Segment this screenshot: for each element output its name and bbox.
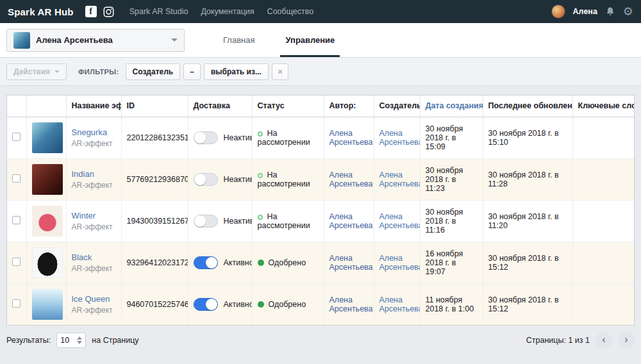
effect-name-link[interactable]: Black — [72, 252, 116, 262]
effect-id: 577692129368702 — [121, 158, 188, 200]
nav-spark-ar-studio[interactable]: Spark AR Studio — [129, 7, 188, 16]
effect-name-link[interactable]: Indian — [72, 169, 116, 179]
table-row: Indian AR-эффект 577692129368702 Неактив… — [7, 158, 635, 200]
table-row: Snegurka AR-эффект 2201228613235102 Неак… — [7, 117, 635, 158]
delivery-label: Активно — [224, 300, 253, 309]
delivery-toggle[interactable] — [194, 256, 218, 269]
close-icon: × — [278, 67, 283, 77]
stepper-arrows[interactable] — [77, 336, 82, 344]
delivery-toggle[interactable] — [194, 131, 218, 144]
created-cell: 30 ноября 2018 г. в 11:16 — [420, 200, 483, 242]
row-checkbox[interactable] — [12, 216, 21, 224]
gear-icon[interactable]: ⚙ — [623, 6, 633, 17]
filter-operator-button[interactable]: – — [183, 63, 201, 80]
table-header-row: Название эффекта ID Доставка Статус Авто… — [7, 95, 635, 117]
row-checkbox[interactable] — [12, 174, 21, 183]
row-checkbox[interactable] — [12, 299, 21, 308]
effect-thumbnail[interactable] — [32, 206, 63, 236]
effect-thumbnail[interactable] — [32, 122, 63, 153]
stepper-up-icon[interactable] — [77, 336, 82, 340]
creator-link[interactable]: Алена Арсентьева — [374, 117, 420, 158]
effect-thumbnail[interactable] — [32, 164, 63, 195]
effect-id: 932964120231726 — [121, 242, 188, 283]
creator-link[interactable]: Алена Арсентьева — [374, 283, 420, 325]
keywords-cell — [572, 117, 635, 158]
tab-manage[interactable]: Управление — [281, 23, 338, 57]
author-cell: Алена Арсентьева — [324, 283, 374, 325]
profile-name: Алена Арсентьева — [36, 35, 113, 45]
header-keywords[interactable]: Ключевые слова — [572, 95, 635, 117]
profile-avatar — [13, 32, 30, 49]
status-approved-icon — [258, 260, 264, 266]
toggle-knob — [194, 215, 206, 227]
filter-remove-button[interactable]: × — [272, 63, 288, 80]
per-page-value: 10 — [60, 336, 69, 345]
top-navigation: Spark AR Studio Документация Сообщество — [129, 7, 314, 16]
creator-link[interactable]: Алена Арсентьева — [374, 158, 420, 200]
instagram-icon[interactable] — [103, 6, 114, 17]
delivery-label: Неактивно — [224, 133, 253, 142]
creator-link[interactable]: Алена Арсентьева — [374, 200, 420, 242]
per-page-stepper[interactable]: 10 — [56, 333, 86, 348]
status-label: Одобрено — [269, 258, 306, 267]
created-cell: 16 ноября 2018 г. в 19:07 — [420, 242, 483, 283]
user-avatar[interactable] — [551, 4, 565, 19]
author-cell: Алена Арсентьева — [324, 158, 374, 200]
author-cell: Алена Арсентьева — [324, 117, 374, 158]
profile-selector[interactable]: Алена Арсентьева — [6, 29, 185, 52]
header-created[interactable]: Дата создания — [420, 95, 483, 117]
created-cell: 11 ноября 2018 г. в 1:00 — [420, 283, 483, 325]
toggle-knob — [206, 257, 217, 269]
header-id[interactable]: ID — [121, 95, 188, 117]
toggle-knob — [194, 132, 206, 144]
user-name[interactable]: Алена — [573, 7, 597, 16]
table-row: Ice Queen AR-эффект 946070152257465 Акти… — [7, 283, 635, 325]
chevron-down-icon — [171, 38, 178, 45]
filters-label: ФИЛЬТРЫ: — [78, 68, 119, 76]
prev-page-button[interactable]: ‹ — [595, 332, 612, 349]
creator-link[interactable]: Алена Арсентьева — [374, 242, 420, 283]
effect-id: 194300391512674 — [121, 200, 188, 242]
row-checkbox[interactable] — [12, 133, 21, 141]
filter-field-button[interactable]: Создатель — [126, 63, 181, 80]
header-status[interactable]: Статус — [252, 95, 324, 117]
created-cell: 30 ноября 2018 г. в 11:23 — [420, 158, 483, 200]
delivery-label: Активно — [224, 258, 253, 267]
effect-name-link[interactable]: Winter — [72, 211, 116, 220]
delivery-label: Неактивно — [224, 217, 253, 226]
effect-thumbnail[interactable] — [32, 247, 63, 278]
effect-type: AR-эффект — [72, 264, 116, 273]
header-creator[interactable]: Создатель — [374, 95, 420, 117]
header-updated[interactable]: Последнее обновление — [483, 95, 572, 117]
stepper-down-icon[interactable] — [77, 341, 82, 344]
effect-name-link[interactable]: Ice Queen — [72, 294, 116, 304]
delivery-toggle[interactable] — [194, 173, 218, 186]
chevron-right-icon: › — [624, 334, 628, 345]
effect-type: AR-эффект — [72, 222, 116, 231]
delivery-toggle[interactable] — [194, 298, 218, 311]
filter-value-button[interactable]: выбрать из... — [204, 63, 269, 80]
tab-home[interactable]: Главная — [219, 23, 258, 57]
header-author[interactable]: Автор: — [324, 95, 374, 117]
actions-button[interactable]: Действия — [6, 63, 67, 80]
header-thumb — [26, 95, 66, 117]
bell-icon[interactable] — [605, 6, 615, 17]
facebook-icon[interactable]: f — [85, 6, 97, 17]
author-cell: Алена Арсентьева — [324, 200, 374, 242]
pagination: Страницы: 1 из 1 ‹ › — [526, 332, 635, 349]
nav-documentation[interactable]: Документация — [201, 7, 254, 16]
row-checkbox[interactable] — [12, 258, 21, 266]
effect-name-link[interactable]: Snegurka — [72, 128, 116, 137]
effect-thumbnail[interactable] — [32, 289, 63, 320]
top-right-cluster: Алена ⚙ — [551, 4, 633, 19]
header-delivery[interactable]: Доставка — [188, 95, 252, 117]
keywords-cell — [572, 283, 635, 325]
delivery-toggle[interactable] — [194, 215, 218, 228]
created-cell: 30 ноября 2018 г. в 15:09 — [420, 117, 483, 158]
nav-community[interactable]: Сообщество — [267, 7, 314, 16]
status-pending-icon — [258, 131, 263, 136]
next-page-button[interactable]: › — [618, 332, 635, 349]
top-bar: Spark AR Hub f Spark AR Studio Документа… — [0, 0, 641, 23]
header-name[interactable]: Название эффекта — [66, 95, 121, 117]
effect-type: AR-эффект — [72, 306, 116, 315]
